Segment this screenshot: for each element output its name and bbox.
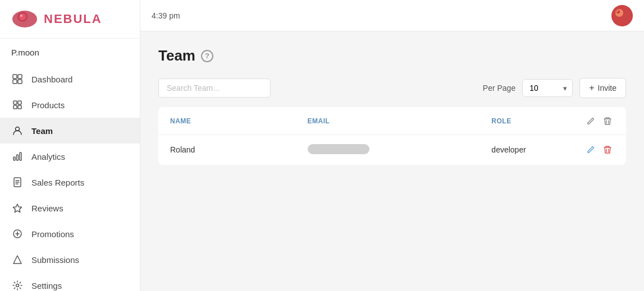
svg-rect-9 xyxy=(18,101,21,104)
row-trash-icon xyxy=(603,145,612,154)
invite-label: Invite xyxy=(598,84,616,93)
analytics-icon xyxy=(11,150,24,163)
page-title: Team xyxy=(158,47,195,64)
col-actions-header xyxy=(573,108,626,135)
svg-point-2 xyxy=(19,13,26,20)
logo-area: NEBULA xyxy=(0,0,140,39)
svg-marker-20 xyxy=(13,204,22,213)
topbar: 4:39 pm xyxy=(140,0,644,31)
svg-point-25 xyxy=(617,10,619,12)
products-icon xyxy=(11,99,24,111)
col-name-header: NAME xyxy=(159,108,296,135)
row-edit-icon xyxy=(586,145,595,154)
sidebar-item-team-label: Team xyxy=(31,126,53,136)
submissions-icon xyxy=(11,253,24,266)
sidebar-item-sales-reports-label: Sales Reports xyxy=(31,178,84,187)
per-page-select-wrapper: 10 25 50 xyxy=(522,79,573,97)
settings-icon xyxy=(11,279,24,291)
sidebar-item-reviews-label: Reviews xyxy=(31,204,63,213)
svg-point-21 xyxy=(16,284,19,287)
help-icon[interactable]: ? xyxy=(201,50,213,62)
sidebar-item-promotions[interactable]: Promotions xyxy=(0,221,140,247)
sales-reports-icon xyxy=(11,176,24,188)
svg-rect-22 xyxy=(611,5,633,26)
sidebar-nav: Dashboard Products Team xyxy=(0,62,140,291)
sidebar-item-submissions-label: Submissions xyxy=(31,255,79,265)
main-content: 4:39 pm Team ? Per Page 10 xyxy=(140,0,644,291)
sidebar-item-promotions-label: Promotions xyxy=(31,229,74,239)
email-blurred xyxy=(308,144,369,154)
sidebar-item-dashboard-label: Dashboard xyxy=(31,75,72,84)
sidebar: NEBULA P.moon Dashboard xyxy=(0,0,140,291)
svg-rect-5 xyxy=(18,75,22,78)
svg-rect-4 xyxy=(13,75,17,78)
sidebar-item-products-label: Products xyxy=(31,100,65,110)
logo-text: NEBULA xyxy=(44,12,102,26)
promotions-icon xyxy=(11,228,24,240)
svg-rect-15 xyxy=(20,153,21,160)
invite-button[interactable]: + Invite xyxy=(579,78,626,98)
header-delete-button[interactable] xyxy=(601,114,614,128)
sidebar-item-team[interactable]: Team xyxy=(0,118,140,144)
per-page-select[interactable]: 10 25 50 xyxy=(522,79,573,97)
col-role-header: ROLE xyxy=(480,108,573,135)
plus-icon: + xyxy=(589,83,594,93)
logo-icon xyxy=(11,9,38,29)
sidebar-item-settings[interactable]: Settings xyxy=(0,272,140,291)
sidebar-item-analytics[interactable]: Analytics xyxy=(0,144,140,169)
sidebar-item-submissions[interactable]: Submissions xyxy=(0,247,140,272)
svg-rect-6 xyxy=(13,80,17,84)
svg-rect-14 xyxy=(17,155,19,160)
cell-role: developer xyxy=(480,135,573,165)
svg-rect-8 xyxy=(13,101,17,104)
row-delete-button[interactable] xyxy=(601,143,614,156)
topbar-time: 4:39 pm xyxy=(152,11,180,20)
svg-rect-10 xyxy=(13,105,17,109)
table-row: Roland developer xyxy=(159,135,626,165)
per-page-label: Per Page xyxy=(483,84,515,93)
page-content: Team ? Per Page 10 25 50 + Invite xyxy=(140,31,644,291)
toolbar-row: Per Page 10 25 50 + Invite xyxy=(158,78,626,98)
row-edit-button[interactable] xyxy=(584,143,597,156)
sidebar-item-reviews[interactable]: Reviews xyxy=(0,195,140,221)
team-table: NAME EMAIL ROLE xyxy=(158,107,626,165)
svg-rect-7 xyxy=(18,80,22,84)
page-title-row: Team ? xyxy=(158,47,626,64)
sidebar-item-dashboard[interactable]: Dashboard xyxy=(0,66,140,92)
reviews-icon xyxy=(11,202,24,214)
search-input[interactable] xyxy=(158,78,271,98)
trash-icon xyxy=(603,117,612,126)
right-toolbar: Per Page 10 25 50 + Invite xyxy=(483,78,626,98)
col-email-header: EMAIL xyxy=(296,108,481,135)
sidebar-item-settings-label: Settings xyxy=(31,281,62,290)
edit-icon xyxy=(586,117,595,126)
team-icon xyxy=(11,124,24,137)
cell-name: Roland xyxy=(159,135,296,165)
avatar xyxy=(611,5,633,26)
sidebar-item-analytics-label: Analytics xyxy=(31,152,65,161)
svg-rect-13 xyxy=(13,157,15,160)
header-edit-button[interactable] xyxy=(584,114,597,128)
user-name: P.moon xyxy=(0,39,140,62)
cell-email xyxy=(296,135,481,165)
svg-point-3 xyxy=(20,15,22,17)
sidebar-item-products[interactable]: Products xyxy=(0,92,140,118)
cell-actions xyxy=(573,135,626,165)
svg-rect-11 xyxy=(18,105,21,109)
table-header-row: NAME EMAIL ROLE xyxy=(159,108,626,135)
sidebar-item-sales-reports[interactable]: Sales Reports xyxy=(0,169,140,195)
dashboard-icon xyxy=(11,73,24,85)
